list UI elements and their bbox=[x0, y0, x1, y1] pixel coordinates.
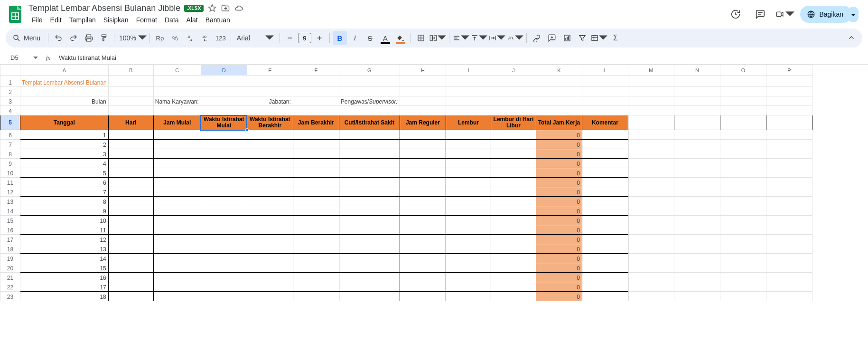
cell-C7[interactable] bbox=[153, 140, 201, 149]
strike-button[interactable]: S bbox=[363, 31, 377, 45]
cell-G7[interactable] bbox=[339, 140, 400, 149]
cell-B5[interactable]: Hari bbox=[108, 115, 153, 130]
cell-D4[interactable] bbox=[201, 106, 247, 115]
select-all-corner[interactable] bbox=[0, 65, 20, 76]
cell-M20[interactable] bbox=[628, 263, 674, 273]
row-header-2[interactable]: 2 bbox=[0, 87, 20, 96]
cell-A16[interactable]: 11 bbox=[20, 225, 109, 235]
cell-I5[interactable]: Lembur bbox=[446, 115, 491, 130]
cell-D2[interactable] bbox=[201, 87, 247, 96]
cell-P6[interactable] bbox=[766, 130, 812, 140]
cell-B6[interactable] bbox=[108, 130, 153, 140]
cell-H22[interactable] bbox=[400, 282, 446, 292]
cell-D10[interactable] bbox=[201, 168, 247, 178]
cell-J14[interactable] bbox=[491, 206, 536, 216]
cell-J2[interactable] bbox=[491, 87, 536, 96]
cell-A19[interactable]: 14 bbox=[20, 254, 109, 263]
cell-K14[interactable]: 0 bbox=[536, 206, 582, 216]
cell-M3[interactable] bbox=[628, 96, 674, 106]
cell-A5[interactable]: Tanggal bbox=[20, 115, 109, 130]
cell-K12[interactable]: 0 bbox=[536, 187, 582, 197]
cell-C6[interactable] bbox=[153, 130, 201, 140]
cell-P5[interactable] bbox=[766, 115, 812, 130]
cell-H10[interactable] bbox=[400, 168, 446, 178]
cell-J5[interactable]: Lembur di Hari Libur bbox=[491, 115, 536, 130]
cell-K19[interactable]: 0 bbox=[536, 254, 582, 263]
cell-P14[interactable] bbox=[766, 206, 812, 216]
cell-E1[interactable] bbox=[247, 76, 293, 87]
cell-E19[interactable] bbox=[247, 254, 293, 263]
cell-P4[interactable] bbox=[766, 106, 812, 115]
cell-J10[interactable] bbox=[491, 168, 536, 178]
row-header-6[interactable]: 6 bbox=[0, 130, 20, 140]
cell-O10[interactable] bbox=[720, 168, 766, 178]
row-header-23[interactable]: 23 bbox=[0, 292, 20, 301]
cell-N19[interactable] bbox=[674, 254, 720, 263]
cell-D14[interactable] bbox=[201, 206, 247, 216]
cell-K4[interactable] bbox=[536, 106, 582, 115]
row-header-9[interactable]: 9 bbox=[0, 159, 20, 168]
cell-L4[interactable] bbox=[582, 106, 628, 115]
cell-C20[interactable] bbox=[153, 263, 201, 273]
cell-K21[interactable]: 0 bbox=[536, 273, 582, 282]
cell-L9[interactable] bbox=[582, 159, 628, 168]
cell-P22[interactable] bbox=[766, 282, 812, 292]
cell-E17[interactable] bbox=[247, 235, 293, 244]
menu-help[interactable]: Bantuan bbox=[202, 15, 233, 25]
cell-I22[interactable] bbox=[446, 282, 491, 292]
cell-M16[interactable] bbox=[628, 225, 674, 235]
cell-B17[interactable] bbox=[108, 235, 153, 244]
cell-B14[interactable] bbox=[108, 206, 153, 216]
cell-F19[interactable] bbox=[293, 254, 339, 263]
valign-button[interactable] bbox=[470, 31, 487, 45]
cell-G10[interactable] bbox=[339, 168, 400, 178]
cell-E11[interactable] bbox=[247, 178, 293, 187]
cell-B8[interactable] bbox=[108, 149, 153, 159]
cell-J13[interactable] bbox=[491, 197, 536, 206]
cell-J18[interactable] bbox=[491, 244, 536, 254]
cell-A6[interactable]: 1 bbox=[20, 130, 109, 140]
cell-J11[interactable] bbox=[491, 178, 536, 187]
cell-C2[interactable] bbox=[153, 87, 201, 96]
cell-O19[interactable] bbox=[720, 254, 766, 263]
cell-F6[interactable] bbox=[293, 130, 339, 140]
cell-E22[interactable] bbox=[247, 282, 293, 292]
cell-F3[interactable] bbox=[293, 96, 339, 106]
cell-G11[interactable] bbox=[339, 178, 400, 187]
row-header-21[interactable]: 21 bbox=[0, 273, 20, 282]
cell-H16[interactable] bbox=[400, 225, 446, 235]
cell-F16[interactable] bbox=[293, 225, 339, 235]
move-icon[interactable] bbox=[221, 3, 230, 13]
cell-E9[interactable] bbox=[247, 159, 293, 168]
cell-F14[interactable] bbox=[293, 206, 339, 216]
col-header-L[interactable]: L bbox=[582, 65, 628, 76]
cell-B11[interactable] bbox=[108, 178, 153, 187]
cell-B4[interactable] bbox=[108, 106, 153, 115]
cell-N18[interactable] bbox=[674, 244, 720, 254]
percent-button[interactable]: % bbox=[168, 31, 182, 45]
cell-N10[interactable] bbox=[674, 168, 720, 178]
increase-font-button[interactable] bbox=[312, 31, 327, 45]
cell-O2[interactable] bbox=[720, 87, 766, 96]
row-header-15[interactable]: 15 bbox=[0, 216, 20, 225]
cell-B7[interactable] bbox=[108, 140, 153, 149]
cell-L15[interactable] bbox=[582, 216, 628, 225]
cell-G21[interactable] bbox=[339, 273, 400, 282]
cell-B23[interactable] bbox=[108, 292, 153, 301]
cloud-icon[interactable] bbox=[234, 3, 243, 13]
cell-L8[interactable] bbox=[582, 149, 628, 159]
row-header-10[interactable]: 10 bbox=[0, 168, 20, 178]
cell-J17[interactable] bbox=[491, 235, 536, 244]
cell-I10[interactable] bbox=[446, 168, 491, 178]
cell-C11[interactable] bbox=[153, 178, 201, 187]
cell-P2[interactable] bbox=[766, 87, 812, 96]
cell-J4[interactable] bbox=[491, 106, 536, 115]
currency-button[interactable]: Rp bbox=[153, 31, 167, 45]
row-header-16[interactable]: 16 bbox=[0, 225, 20, 235]
cell-K22[interactable]: 0 bbox=[536, 282, 582, 292]
cell-N17[interactable] bbox=[674, 235, 720, 244]
cell-N23[interactable] bbox=[674, 292, 720, 301]
cell-G1[interactable] bbox=[339, 76, 400, 87]
name-box[interactable]: D5 bbox=[2, 54, 41, 61]
more-formats-button[interactable]: 123 bbox=[214, 31, 228, 45]
